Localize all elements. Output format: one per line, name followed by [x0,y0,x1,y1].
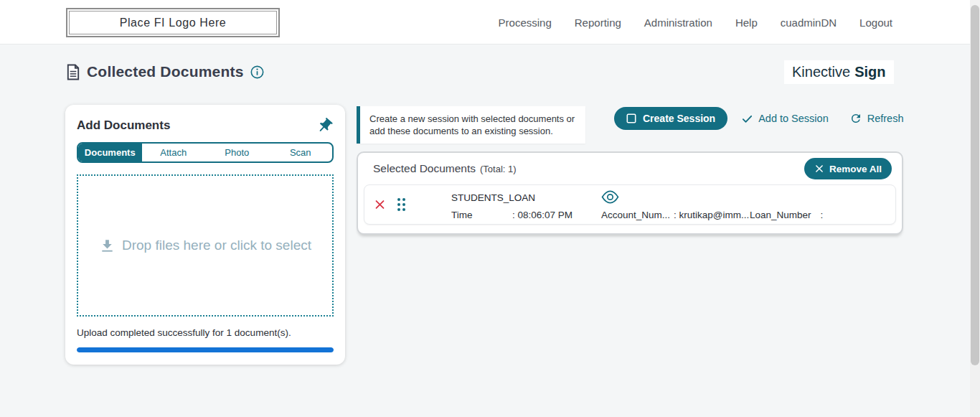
add-to-session-label: Add to Session [758,113,829,124]
tab-scan[interactable]: Scan [269,144,333,161]
account-label: Account_Num... [601,210,670,220]
pin-icon[interactable] [316,117,334,135]
checkbox-square-icon [626,113,636,123]
upload-status-text: Upload completed successfully for 1 docu… [77,327,334,338]
nav-processing[interactable]: Processing [499,17,552,29]
selected-documents-total: (Total: 1) [480,164,517,174]
refresh-button[interactable]: Refresh [849,112,904,125]
add-to-session-button[interactable]: Add to Session [741,113,829,125]
account-field: Account_Num... : krutikap@imm... [601,210,749,220]
page-title: Collected Documents [87,63,244,80]
remove-all-button[interactable]: Remove All [804,158,892,179]
session-info-note: Create a new session with selected docum… [357,106,585,144]
kinective-sign-logo: Kinective Sign [784,60,894,84]
time-label: Time [451,210,473,220]
session-actions: Create Session Add to Session Refresh [614,107,904,130]
tab-photo[interactable]: Photo [205,144,269,161]
add-documents-panel: Add Documents Documents Attach Photo Sca… [65,105,345,365]
remove-all-label: Remove All [829,164,882,174]
upload-progress-bar [77,347,334,352]
info-icon[interactable] [250,65,264,79]
document-name: STUDENTS_LOAN [451,192,535,203]
refresh-icon [849,112,862,125]
create-session-label: Create Session [643,113,715,124]
selected-documents-title: Selected Documents [373,162,476,175]
check-icon [741,113,753,125]
document-row: STUDENTS_LOAN Time : 08:06:07 PM Account… [364,184,896,225]
add-documents-header: Add Documents [77,116,334,135]
brand-name: Kinective [792,64,850,80]
download-icon [99,238,116,254]
tab-documents[interactable]: Documents [78,144,142,161]
create-session-button[interactable]: Create Session [614,107,727,130]
account-value: : krutikap@imm... [674,210,749,220]
nav-help[interactable]: Help [735,17,758,29]
nav-username[interactable]: cuadminDN [781,17,837,29]
dropzone-text: Drop files here or click to select [122,238,311,253]
page-title-row: Collected Documents [66,60,264,83]
fi-logo-text: Place FI Logo Here [120,17,227,29]
selected-documents-panel: Selected Documents (Total: 1) Remove All… [357,151,903,235]
nav-administration[interactable]: Administration [644,17,712,29]
time-value: : 08:06:07 PM [512,210,573,220]
preview-eye-icon[interactable] [601,190,619,204]
add-documents-title: Add Documents [77,118,170,133]
vertical-scrollbar [970,0,980,417]
selected-documents-header: Selected Documents (Total: 1) Remove All [358,153,902,184]
nav-logout[interactable]: Logout [859,17,892,29]
main-nav: Processing Reporting Administration Help… [499,0,892,44]
loan-label: Loan_Number [750,210,811,220]
close-icon [814,164,824,174]
document-icon [66,64,80,80]
upload-progress-fill [77,347,334,352]
brand-product: Sign [854,64,885,80]
nav-reporting[interactable]: Reporting [575,17,621,29]
top-header: Place FI Logo Here Processing Reporting … [0,0,980,44]
loan-value: : [821,210,824,220]
loan-field: Loan_Number : [750,210,823,220]
remove-document-icon[interactable] [374,199,386,211]
add-documents-tabs: Documents Attach Photo Scan [77,142,334,163]
refresh-label: Refresh [867,113,904,124]
scrollbar-thumb[interactable] [971,5,979,365]
tab-attach[interactable]: Attach [142,144,206,161]
fi-logo-placeholder: Place FI Logo Here [66,8,280,37]
drag-handle-icon[interactable] [397,198,405,211]
file-dropzone[interactable]: Drop files here or click to select [77,174,334,317]
